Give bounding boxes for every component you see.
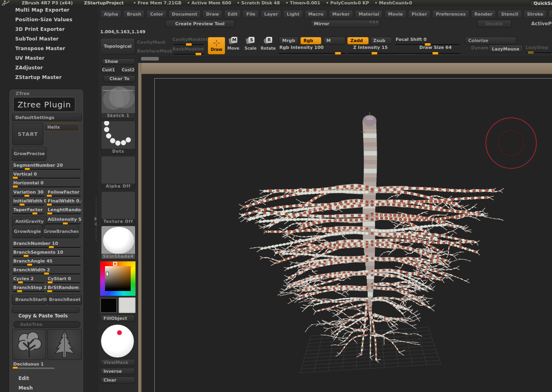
- back-mask-int-slider[interactable]: [174, 54, 204, 55]
- initial-width-slider[interactable]: [12, 204, 44, 206]
- color-picker[interactable]: [100, 261, 135, 296]
- branch-start-height-button[interactable]: BranchStartHeight: [12, 294, 47, 305]
- draw-mode-button[interactable]: Draw: [208, 37, 225, 55]
- blank-button[interactable]: [12, 307, 79, 313]
- color-picker-sv-area[interactable]: [105, 266, 131, 291]
- m-button[interactable]: M: [323, 37, 346, 44]
- follow-factor-slider[interactable]: [47, 196, 81, 197]
- menu-item[interactable]: Layer: [261, 10, 281, 18]
- segment-number-slider[interactable]: [12, 169, 81, 170]
- menu-item[interactable]: Light: [283, 10, 303, 18]
- plugin-menu-item[interactable]: ZStartup Master: [0, 73, 99, 82]
- clear-to-button[interactable]: Clear To: [103, 75, 135, 82]
- conifer-tree-thumbnail[interactable]: [47, 329, 82, 360]
- ag-intensity-slider[interactable]: [47, 223, 81, 224]
- texture-selector[interactable]: Texture Off: [101, 191, 135, 224]
- branch-width-slider[interactable]: [12, 273, 81, 275]
- backface-mask-button[interactable]: BackfaceMask: [137, 48, 172, 54]
- menu-item[interactable]: Movie: [384, 10, 406, 18]
- menu-item[interactable]: Stroke: [524, 10, 547, 18]
- branch-number-slider[interactable]: [12, 247, 81, 248]
- mesh-section-label[interactable]: Mesh: [18, 385, 33, 391]
- draw-size-slider[interactable]: [395, 53, 460, 54]
- menu-item[interactable]: Stencil: [497, 10, 522, 18]
- default-settings-button[interactable]: DefaultSettings: [12, 114, 82, 121]
- tray-collapse-arrow-icon[interactable]: [94, 222, 97, 226]
- vertical-slider[interactable]: [12, 178, 81, 179]
- cy-start-slider[interactable]: [47, 282, 81, 283]
- plugin-menu-item[interactable]: Transpose Master: [0, 44, 99, 53]
- show-button[interactable]: Show: [101, 59, 135, 65]
- length-random-slider[interactable]: [47, 213, 81, 214]
- menu-item[interactable]: Render: [471, 10, 496, 18]
- main-color-swatch[interactable]: [100, 298, 117, 313]
- plugin-menu-item[interactable]: UV Master: [0, 53, 99, 63]
- menu-item[interactable]: Texture: [548, 10, 552, 18]
- final-width-slider[interactable]: [47, 204, 81, 206]
- cavity-mask-int-slider[interactable]: [174, 44, 204, 45]
- secondary-color-swatch[interactable]: [119, 297, 135, 313]
- quicksave-button[interactable]: QuickSave: [530, 0, 552, 6]
- variation-slider[interactable]: [12, 196, 44, 197]
- mrgb-button[interactable]: Mrgb: [279, 37, 299, 44]
- rotate-mode-button[interactable]: R Rotate: [260, 37, 277, 51]
- grow-precise-button[interactable]: GrowPrecise: [12, 147, 47, 161]
- plugin-menu-item[interactable]: SubTool Master: [0, 34, 99, 44]
- fill-object-button[interactable]: FillObject: [100, 315, 135, 322]
- cavity-mask-button[interactable]: CavityMask: [137, 40, 166, 45]
- tray-expand-arrow-icon[interactable]: [95, 217, 97, 221]
- brst-random-slider[interactable]: [47, 291, 81, 292]
- clear-button[interactable]: Clear: [100, 377, 135, 384]
- alpha-selector[interactable]: Alpha Off: [101, 156, 135, 189]
- deciduous-slider[interactable]: [12, 368, 55, 369]
- scale-mode-button[interactable]: S Scale: [242, 37, 259, 51]
- menu-item[interactable]: Edit: [224, 10, 241, 18]
- menu-item[interactable]: Marker: [329, 10, 354, 18]
- ztree-plugin-title-button[interactable]: Ztree Plugin: [13, 97, 75, 112]
- start-button[interactable]: START: [12, 123, 43, 145]
- double-button[interactable]: Double: [477, 20, 512, 28]
- cust2-button[interactable]: Cust2: [121, 67, 135, 73]
- deciduous-tree-thumbnail[interactable]: [12, 329, 46, 360]
- rgb-intensity-slider[interactable]: [279, 53, 346, 54]
- view-mask-button[interactable]: ViewMask: [100, 359, 135, 366]
- plugin-menu-item[interactable]: ZAdjustor: [0, 63, 99, 73]
- horizontal-slider[interactable]: [12, 186, 81, 188]
- menu-item[interactable]: Brush: [123, 10, 145, 18]
- cust1-button[interactable]: Cust1: [101, 67, 116, 73]
- stroke-type-helix-button[interactable]: Helix: [44, 123, 79, 131]
- color-sphere-widget[interactable]: [101, 325, 134, 358]
- menu-item[interactable]: Draw: [202, 10, 222, 18]
- menu-item[interactable]: Preferences: [432, 10, 469, 18]
- branch-angle-slider[interactable]: [12, 265, 81, 266]
- zsub-button[interactable]: Zsub: [370, 37, 392, 44]
- branch-segments-slider[interactable]: [12, 256, 81, 257]
- create-preview-tool-button[interactable]: Create Preview Tool: [165, 20, 235, 28]
- lazymouse-button[interactable]: LazyMouse: [489, 45, 523, 53]
- menu-item[interactable]: File: [243, 10, 259, 18]
- menu-item[interactable]: Material: [355, 10, 382, 18]
- zadd-button[interactable]: Zadd: [347, 37, 369, 44]
- menu-item[interactable]: Macro: [305, 10, 327, 18]
- branch-step-slider[interactable]: [12, 291, 44, 292]
- menu-item[interactable]: Color: [146, 10, 166, 18]
- move-mode-button[interactable]: M Move: [225, 37, 242, 51]
- plugin-menu-item[interactable]: 3D Print Exporter: [0, 24, 99, 34]
- inverse-button[interactable]: Inverse: [100, 368, 135, 375]
- menu-item[interactable]: Alpha: [100, 10, 121, 18]
- cycles-slider[interactable]: [12, 282, 44, 283]
- colorize-button[interactable]: Colorize: [465, 37, 516, 44]
- mirror-axes-label[interactable]: x y z: [370, 20, 378, 24]
- grow-angle-button[interactable]: GrowAngle: [12, 225, 42, 238]
- menu-item[interactable]: Picker: [408, 10, 431, 18]
- material-selector[interactable]: SkinShade4: [101, 226, 135, 259]
- brush-selector[interactable]: Sketch 1: [101, 85, 135, 119]
- stroke-selector[interactable]: Dots: [101, 121, 135, 154]
- lazystep-slider[interactable]: [526, 52, 552, 53]
- plugin-menu-item[interactable]: Multi Map Exporter: [0, 5, 99, 15]
- auto-tree-button[interactable]: AutoTree: [13, 321, 81, 328]
- topological-button[interactable]: Topological: [100, 38, 135, 55]
- plugin-menu-item[interactable]: Position-Size Values: [0, 15, 99, 24]
- edit-section-label[interactable]: Edit: [18, 376, 29, 381]
- taper-factor-slider[interactable]: [12, 213, 44, 214]
